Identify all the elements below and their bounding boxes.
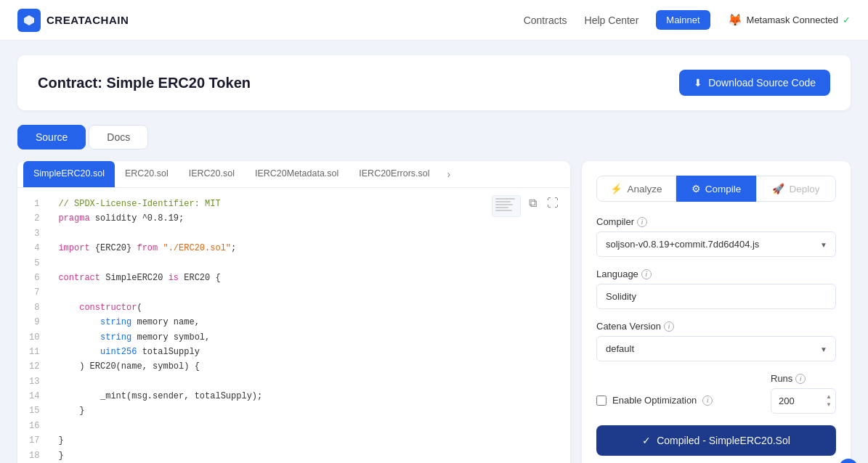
deploy-label: Deploy	[789, 184, 819, 194]
code-body: 12345678910111213141516171819 // SPDX-Li…	[17, 188, 570, 463]
two-column-layout: SimpleERC20.sol ERC20.sol IERC20.sol IER…	[17, 161, 851, 463]
file-tab-ierc20errors[interactable]: IERC20Errors.sol	[349, 161, 439, 187]
code-line-17: }	[58, 435, 63, 446]
compiler-info-icon: i	[637, 217, 647, 227]
catena-version-select[interactable]: default	[596, 336, 836, 361]
code-line-12: ) ERC20(name, symbol) {	[58, 361, 199, 372]
code-line-18: }	[58, 451, 63, 461]
opt-runs-row: Enable Optimization i Runs i ▲ ▼	[596, 373, 836, 414]
nav-contracts[interactable]: Contracts	[524, 15, 567, 26]
catena-select-wrapper: default	[596, 336, 836, 361]
optimization-group: Enable Optimization i	[596, 373, 759, 406]
tab-source[interactable]: Source	[17, 125, 86, 149]
compiler-group: Compiler i soljson-v0.8.19+commit.7dd6d4…	[596, 216, 836, 257]
optimization-info-icon: i	[702, 396, 713, 406]
file-tabs: SimpleERC20.sol ERC20.sol IERC20.sol IER…	[17, 161, 570, 188]
language-input[interactable]	[596, 284, 836, 309]
code-panel: SimpleERC20.sol ERC20.sol IERC20.sol IER…	[17, 161, 570, 463]
catena-info-icon: i	[664, 321, 674, 332]
file-tab-erc20[interactable]: ERC20.sol	[115, 161, 179, 187]
download-label: Download Source Code	[708, 77, 816, 89]
header: CREATACHAIN Contracts Help Center Mainne…	[0, 0, 868, 41]
runs-label: Runs i	[771, 373, 836, 384]
language-label: Language i	[596, 269, 836, 279]
runs-group: Runs i ▲ ▼	[771, 373, 836, 414]
contract-title: Contract: Simple ERC20 Token	[38, 75, 251, 91]
connected-icon: ✓	[843, 15, 851, 25]
page-tabs: Source Docs	[17, 125, 851, 149]
tab-docs[interactable]: Docs	[89, 125, 148, 149]
compiled-check-icon: ✓	[642, 435, 651, 446]
code-line-14: _mint(msg.sender, totalSupply);	[58, 391, 262, 401]
logo-text: CREATACHAIN	[46, 14, 129, 26]
tab-compile[interactable]: ⚙ Compile	[676, 176, 756, 202]
file-tab-ierc20metadata[interactable]: IERC20Metadata.sol	[245, 161, 349, 187]
compiled-label: Compiled - SimpleERC20.Sol	[657, 435, 790, 446]
metamask-badge: 🦊 Metamask Connected ✓	[728, 13, 851, 27]
right-panel: ⚡ Analyze ⚙ Compile 🚀 Deploy Compiler i	[582, 161, 851, 463]
runs-input-wrapper: ▲ ▼	[771, 388, 836, 414]
expand-code-button[interactable]: ⛶	[544, 195, 561, 211]
runs-info-icon: i	[795, 374, 806, 384]
file-tab-simpleerc20[interactable]: SimpleERC20.sol	[23, 161, 115, 187]
code-line-2: pragma solidity ^0.8.19;	[58, 213, 184, 224]
analyze-icon: ⚡	[610, 183, 622, 194]
download-icon: ⬇	[694, 77, 702, 89]
download-source-button[interactable]: ⬇ Download Source Code	[679, 70, 830, 96]
contract-card: Contract: Simple ERC20 Token ⬇ Download …	[17, 55, 851, 110]
action-tabs: ⚡ Analyze ⚙ Compile 🚀 Deploy	[596, 176, 836, 202]
compiled-button[interactable]: ✓ Compiled - SimpleERC20.Sol	[596, 425, 836, 456]
metamask-icon: 🦊	[728, 13, 742, 27]
enable-optimization-checkbox[interactable]	[596, 396, 607, 406]
code-line-1: // SPDX-License-Identifier: MIT	[58, 199, 220, 209]
svg-marker-0	[24, 15, 34, 25]
deploy-icon: 🚀	[772, 183, 784, 194]
logo: CREATACHAIN	[17, 9, 129, 32]
tab-deploy[interactable]: 🚀 Deploy	[756, 176, 836, 202]
compiler-label: Compiler i	[596, 216, 836, 227]
runs-decrement[interactable]: ▼	[824, 401, 833, 409]
code-line-6: contract SimpleERC20 is ERC20 {	[58, 273, 220, 283]
language-group: Language i	[596, 269, 836, 309]
line-numbers: 12345678910111213141516171819	[17, 188, 46, 463]
logo-icon	[17, 9, 41, 32]
network-button[interactable]: Mainnet	[656, 10, 710, 30]
optimization-text: Enable Optimization	[612, 395, 697, 406]
compile-icon: ⚙	[691, 183, 701, 194]
language-info-icon: i	[641, 269, 652, 279]
compiler-select[interactable]: soljson-v0.8.19+commit.7dd6d404.js	[596, 232, 836, 257]
code-line-10: string memory symbol,	[58, 332, 210, 343]
tab-analyze[interactable]: ⚡ Analyze	[596, 176, 676, 202]
code-line-8: constructor(	[58, 303, 142, 313]
compiler-select-wrapper: soljson-v0.8.19+commit.7dd6d404.js	[596, 232, 836, 257]
copy-code-button[interactable]: ⧉	[526, 195, 540, 211]
code-editor: // SPDX-License-Identifier: MIT pragma s…	[46, 188, 570, 463]
file-tabs-more[interactable]: ›	[440, 161, 458, 187]
runs-increment[interactable]: ▲	[824, 393, 833, 401]
code-thumbnail	[492, 195, 521, 217]
file-tab-ierc20[interactable]: IERC20.sol	[179, 161, 245, 187]
code-line-9: string memory name,	[58, 317, 199, 327]
catena-version-group: Catena Version i default	[596, 321, 836, 361]
runs-stepper: ▲ ▼	[824, 393, 833, 409]
header-nav: Contracts Help Center Mainnet 🦊 Metamask…	[524, 10, 851, 30]
code-line-15: }	[58, 406, 84, 416]
code-actions: ⧉ ⛶	[526, 195, 561, 211]
analyze-label: Analyze	[627, 184, 662, 194]
metamask-label: Metamask Connected	[747, 15, 838, 25]
compile-label: Compile	[705, 184, 742, 194]
enable-optimization-label[interactable]: Enable Optimization i	[596, 395, 759, 406]
code-line-11: uint256 totalSupply	[58, 347, 199, 357]
main-content: Contract: Simple ERC20 Token ⬇ Download …	[0, 41, 868, 463]
catena-version-label: Catena Version i	[596, 321, 836, 332]
nav-help-center[interactable]: Help Center	[585, 15, 639, 26]
notification-badge: 3	[839, 459, 858, 463]
code-line-4: import {ERC20} from "./ERC20.sol";	[58, 243, 236, 253]
